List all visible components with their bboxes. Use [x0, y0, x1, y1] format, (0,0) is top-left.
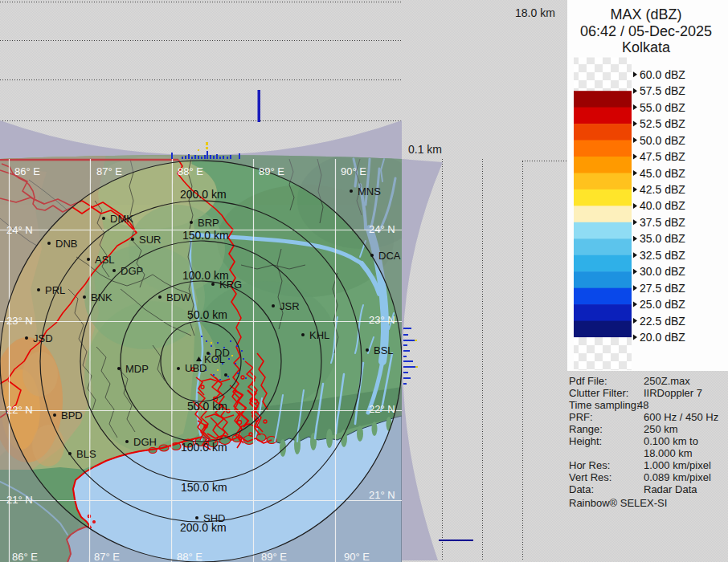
svg-text:BLS: BLS: [76, 448, 96, 460]
svg-text:DNB: DNB: [55, 238, 77, 250]
svg-text:0.1 km: 0.1 km: [408, 143, 442, 156]
svg-text:PRF:: PRF:: [569, 411, 593, 423]
svg-text:DCA: DCA: [378, 250, 401, 262]
svg-text:21° N: 21° N: [6, 494, 33, 506]
svg-text:06:42 / 05-Dec-2025: 06:42 / 05-Dec-2025: [580, 23, 712, 39]
svg-text:MNS: MNS: [358, 185, 381, 198]
svg-text:100.0 km: 100.0 km: [181, 441, 227, 454]
svg-text:24° N: 24° N: [6, 224, 33, 236]
svg-text:20.0 dBZ: 20.0 dBZ: [640, 331, 685, 344]
svg-text:32.5 dBZ: 32.5 dBZ: [640, 249, 685, 262]
svg-text:23° N: 23° N: [6, 315, 33, 327]
svg-text:MAX (dBZ): MAX (dBZ): [610, 6, 681, 22]
svg-text:22° N: 22° N: [6, 404, 33, 416]
svg-text:BDW: BDW: [166, 291, 191, 303]
svg-text:Pdf File:: Pdf File:: [569, 375, 607, 387]
svg-text:89° E: 89° E: [261, 551, 287, 562]
svg-text:87° E: 87° E: [96, 165, 122, 177]
svg-text:KHL: KHL: [309, 329, 329, 341]
svg-text:250Z.max: 250Z.max: [644, 375, 690, 387]
svg-text:18.0 km: 18.0 km: [515, 6, 555, 19]
svg-text:BPD: BPD: [61, 409, 83, 422]
svg-text:25.0 dBZ: 25.0 dBZ: [640, 298, 685, 311]
svg-text:88° E: 88° E: [177, 551, 202, 562]
svg-text:55.0 dBZ: 55.0 dBZ: [640, 101, 685, 114]
svg-text:21° N: 21° N: [369, 489, 395, 501]
svg-text:47.5 dBZ: 47.5 dBZ: [640, 150, 685, 163]
svg-text:Data:: Data:: [569, 483, 594, 495]
svg-text:23° N: 23° N: [369, 314, 395, 326]
svg-text:250 km: 250 km: [644, 423, 678, 435]
svg-text:PRL: PRL: [45, 284, 65, 296]
svg-text:50.0 km: 50.0 km: [187, 400, 227, 413]
svg-text:200.0 km: 200.0 km: [180, 188, 227, 201]
svg-text:BRP: BRP: [198, 217, 219, 229]
svg-text:50.0 dBZ: 50.0 dBZ: [640, 134, 685, 147]
svg-text:45.0 dBZ: 45.0 dBZ: [640, 167, 685, 180]
svg-text:Height:: Height:: [569, 435, 602, 447]
svg-text:JSD: JSD: [33, 332, 53, 344]
svg-text:200.0 km: 200.0 km: [180, 521, 227, 534]
svg-text:90° E: 90° E: [341, 165, 366, 177]
svg-text:600 Hz / 450 Hz: 600 Hz / 450 Hz: [644, 411, 718, 423]
svg-text:88° E: 88° E: [178, 165, 203, 177]
svg-text:22° N: 22° N: [369, 403, 395, 415]
svg-text:89° E: 89° E: [259, 165, 284, 177]
svg-text:86° E: 86° E: [14, 165, 40, 177]
svg-text:100.0 km: 100.0 km: [182, 269, 229, 282]
svg-text:BSL: BSL: [374, 344, 394, 356]
svg-text:BNK: BNK: [91, 291, 112, 303]
svg-text:Vert Res:: Vert Res:: [569, 471, 611, 483]
svg-text:IIRDoppler 7: IIRDoppler 7: [644, 387, 702, 399]
svg-text:87° E: 87° E: [94, 551, 120, 562]
svg-text:150.0 km: 150.0 km: [181, 481, 227, 494]
svg-text:Hor Res:: Hor Res:: [569, 459, 610, 471]
svg-text:57.5 dBZ: 57.5 dBZ: [640, 84, 685, 97]
svg-text:ASL: ASL: [95, 254, 115, 266]
svg-text:MDP: MDP: [125, 363, 149, 375]
svg-text:0.100 km to: 0.100 km to: [644, 435, 698, 447]
svg-text:Kolkata: Kolkata: [622, 39, 671, 55]
svg-text:DGH: DGH: [133, 436, 157, 448]
svg-text:37.5 dBZ: 37.5 dBZ: [640, 216, 685, 229]
svg-text:Time sampling:: Time sampling:: [569, 399, 640, 411]
svg-text:JSR: JSR: [280, 300, 300, 312]
svg-text:DMK: DMK: [110, 213, 133, 225]
svg-text:SUR: SUR: [139, 234, 161, 246]
svg-text:0.089 km/pixel: 0.089 km/pixel: [644, 471, 711, 483]
svg-text:Clutter Filter:: Clutter Filter:: [569, 387, 628, 399]
svg-text:18.000 km: 18.000 km: [644, 447, 693, 459]
svg-text:40.0 dBZ: 40.0 dBZ: [640, 199, 685, 212]
svg-text:22.5 dBZ: 22.5 dBZ: [640, 315, 685, 328]
svg-text:50.0 km: 50.0 km: [187, 308, 227, 321]
svg-text:Rainbow® SELEX-SI: Rainbow® SELEX-SI: [569, 497, 667, 509]
svg-text:DGP: DGP: [121, 265, 143, 277]
svg-text:Radar Data: Radar Data: [644, 483, 697, 495]
svg-text:90° E: 90° E: [344, 551, 370, 562]
svg-text:1.000 km/pixel: 1.000 km/pixel: [644, 459, 711, 471]
svg-text:42.5 dBZ: 42.5 dBZ: [640, 183, 685, 196]
svg-text:150.0 km: 150.0 km: [182, 229, 229, 242]
svg-text:60.0 dBZ: 60.0 dBZ: [640, 68, 685, 81]
svg-text:30.0 dBZ: 30.0 dBZ: [640, 265, 685, 278]
svg-text:52.5 dBZ: 52.5 dBZ: [640, 117, 685, 130]
svg-text:KOL: KOL: [204, 353, 225, 365]
svg-text:24° N: 24° N: [369, 223, 395, 235]
svg-text:Range:: Range:: [569, 423, 603, 435]
svg-text:35.0 dBZ: 35.0 dBZ: [640, 232, 685, 245]
svg-text:48: 48: [637, 399, 648, 411]
svg-text:86° E: 86° E: [12, 551, 38, 562]
svg-text:27.5 dBZ: 27.5 dBZ: [640, 282, 685, 295]
